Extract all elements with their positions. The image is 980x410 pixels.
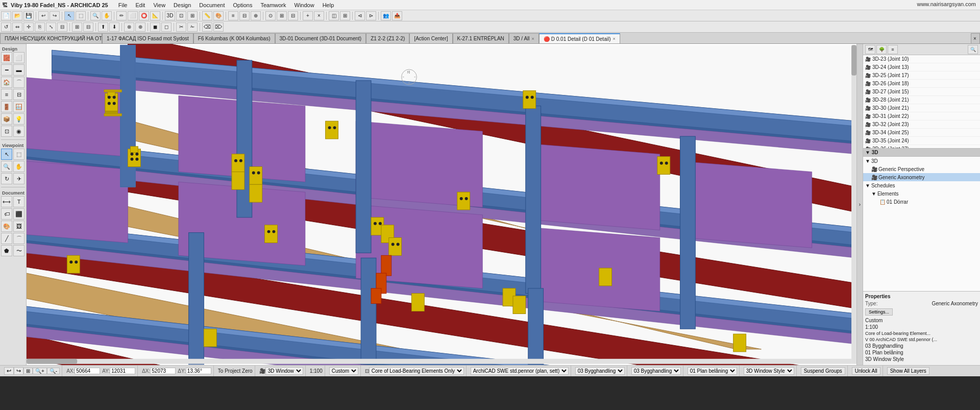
tab-d001-detail[interactable]: 🔴 D 0.01 Detail (D 01 Detail) × [539, 33, 620, 43]
tb2-rotate[interactable]: ↺ [1, 22, 11, 32]
draw-btn3[interactable]: ⭕ [139, 11, 149, 20]
tb-layer1[interactable]: ≡ [228, 11, 238, 20]
zoom-vp-btn[interactable]: 🔍 [1, 161, 12, 172]
dx-input[interactable] [150, 368, 176, 374]
menu-design[interactable]: Design [169, 1, 195, 9]
column-tool-btn[interactable]: ⬜ [13, 52, 24, 63]
marquee-tool[interactable]: ⬚ [76, 11, 86, 20]
view-type-select[interactable]: 3D Window [265, 367, 303, 375]
tab-3d01doc[interactable]: 3D-01 Document (3D-01 Document) [275, 33, 366, 43]
tab-fasad[interactable]: 1-17 ФАСАД ISO Fasad mot Sydost [102, 33, 193, 43]
tb-view2[interactable]: ⊞ [340, 11, 350, 20]
dim-tool-btn[interactable]: ⟷ [1, 196, 12, 207]
tb-publish[interactable]: 📤 [392, 11, 402, 20]
win-style-select[interactable]: 3D Window Style [744, 367, 794, 375]
tb-nav2[interactable]: ⊳ [366, 11, 376, 20]
pan-btn[interactable]: ✋ [102, 11, 112, 20]
roof-tool-btn[interactable]: 🏠 [1, 77, 12, 88]
status-plan-combo[interactable]: 01 Plan belåning [685, 366, 740, 376]
tb2-union[interactable]: ⊕ [135, 22, 145, 32]
unlock-all-btn[interactable]: Unlock All [852, 367, 880, 375]
tb2-edit2[interactable]: ⌦ [213, 22, 224, 32]
slab-tool-btn[interactable]: ▬ [13, 64, 24, 76]
pen-select[interactable]: ArchiCAD SWE std.pennor (plan, sett) [471, 367, 569, 375]
status-pen[interactable]: ArchiCAD SWE std.pennor (plan, sett) [469, 366, 571, 376]
beam-tool-btn[interactable]: ━ [1, 64, 12, 76]
ay-input[interactable] [110, 368, 135, 374]
tb2-copy[interactable]: ⎘ [35, 22, 45, 32]
poly-tool-btn[interactable]: ⬟ [1, 245, 12, 256]
tab-3d-all[interactable]: 3D / All × [509, 33, 539, 43]
list-item-3d34[interactable]: 🎥 3D-34 (Joint 25) [863, 129, 980, 137]
draw-btn2[interactable]: ⬜ [128, 11, 138, 20]
lamp-tool-btn[interactable]: 💡 [13, 113, 24, 125]
menu-file[interactable]: File [114, 1, 132, 9]
suspend-groups-btn[interactable]: Suspend Groups [801, 367, 845, 375]
tb-snap1[interactable]: ⊙ [265, 11, 276, 20]
nav-tree-btn[interactable]: 🌳 [876, 45, 887, 54]
tb2-mirror[interactable]: ⇔ [12, 22, 22, 32]
tb-section-btn[interactable]: ⊡ [176, 11, 186, 20]
status-project-zero[interactable]: To Project Zero [216, 366, 255, 376]
undo-btn[interactable]: ↩ [38, 11, 48, 20]
status-win-style[interactable]: 3D Window Style [742, 366, 797, 376]
tab-plan[interactable]: ПЛАН НЕСУЩИХ КОНСТРУКЦИЙ НА ОТМ... [0, 33, 102, 43]
dy-input[interactable] [186, 368, 211, 374]
status-suspend-groups[interactable]: Suspend Groups [799, 366, 848, 376]
menu-options[interactable]: Options [229, 1, 256, 9]
status-redo-btn[interactable]: ↪ [14, 367, 23, 375]
tb2-scale[interactable]: ⤡ [46, 22, 56, 32]
tb2-cut1[interactable]: ✂ [176, 22, 186, 32]
tab-close-area[interactable]: × [971, 33, 980, 43]
text-tool-btn[interactable]: T [13, 196, 24, 207]
tb2-group[interactable]: ⊞ [72, 22, 82, 32]
status-layer-combo2[interactable]: 03 Bygghandling [629, 366, 683, 376]
arc-tool-btn[interactable]: ⌒ [13, 233, 24, 244]
tab-kolumbas[interactable]: F6 Kolumbas (K 004 Kolumbas) [193, 33, 275, 43]
core-select[interactable]: Core of Load-Bearing Elements Only [369, 367, 464, 375]
list-item-3d25[interactable]: 🎥 3D-25 (Joint 17) [863, 71, 980, 80]
fly-btn[interactable]: ✈ [13, 173, 24, 184]
new-btn[interactable]: 📄 [1, 11, 11, 20]
tb2-align[interactable]: ⊟ [57, 22, 67, 32]
marquee-vp-btn[interactable]: ⬚ [13, 149, 24, 160]
tb2-move[interactable]: ✛ [23, 22, 34, 32]
tb-layer2[interactable]: ⊟ [239, 11, 250, 20]
nav-icon-btn[interactable]: 🗺 [865, 45, 875, 54]
stair-tool-btn[interactable]: ≡ [1, 89, 12, 100]
orbit-btn[interactable]: ↻ [1, 173, 12, 184]
fill-tool-btn[interactable]: 🎨 [1, 221, 12, 232]
tree-item-3d-root[interactable]: ▼ 3D [863, 157, 980, 165]
draw-btn1[interactable]: ✏ [116, 11, 127, 20]
nav-search-btn[interactable]: 🔍 [968, 45, 978, 54]
curtwall-tool-btn[interactable]: ⊡ [1, 126, 12, 137]
menu-document[interactable]: Document [195, 1, 229, 9]
list-item-3d26[interactable]: 🎥 3D-26 (Joint 18) [863, 80, 980, 88]
tb-layer3[interactable]: ⊕ [251, 11, 261, 20]
open-btn[interactable]: 📂 [12, 11, 22, 20]
tree-schedules[interactable]: ▼ Schedules [863, 181, 980, 189]
spline-tool-btn[interactable]: 〜 [13, 245, 24, 256]
tb-view1[interactable]: ◫ [329, 11, 339, 20]
status-layer-set[interactable]: Custom [327, 366, 361, 376]
status-core[interactable]: ⊡ Core of Load-Bearing Elements Only [363, 366, 467, 376]
list-item-3d28[interactable]: 🎥 3D-28 (Joint 21) [863, 96, 980, 104]
plan-combo-select[interactable]: 01 Plan belåning [688, 367, 737, 375]
pan-vp-btn[interactable]: ✋ [13, 161, 24, 172]
tb-elev-btn[interactable]: ⊞ [187, 11, 198, 20]
status-scale[interactable]: 1:100 [308, 366, 325, 376]
navigator-title[interactable]: ▼ 3D [863, 149, 980, 157]
settings-button[interactable]: Settings... [865, 308, 893, 316]
window-tool-btn[interactable]: 🪟 [13, 101, 24, 112]
status-undo-btn[interactable]: ↩ [4, 367, 14, 375]
tree-generic-axonometry[interactable]: 🎥 Generic Axonometry [863, 173, 980, 181]
tb2-bring-front[interactable]: ⬆ [98, 22, 108, 32]
obj-tool-btn[interactable]: 📦 [1, 113, 12, 125]
label-tool-btn[interactable]: 🏷 [1, 208, 12, 220]
layer-combo2-select[interactable]: 03 Bygghandling [631, 367, 681, 375]
door-tool-btn[interactable]: 🚪 [1, 101, 12, 112]
menu-help[interactable]: Help [318, 1, 338, 9]
menu-edit[interactable]: Edit [131, 1, 149, 9]
tb-axis1[interactable]: + [303, 11, 313, 20]
tab-d001-close[interactable]: × [612, 36, 615, 41]
